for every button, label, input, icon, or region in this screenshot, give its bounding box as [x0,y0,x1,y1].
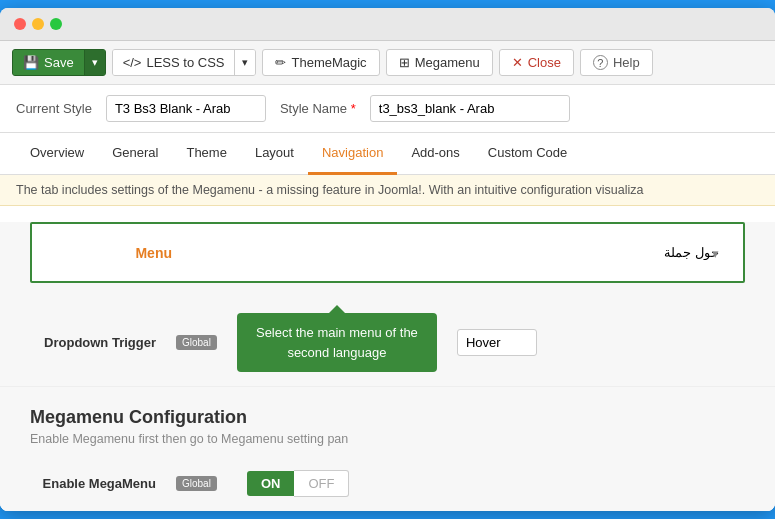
less-to-css-group: </> LESS to CSS ▾ [112,49,257,76]
info-text: The tab includes settings of the Megamen… [16,183,643,197]
menu-select[interactable]: حول جملة [192,240,727,265]
tab-navigation[interactable]: Navigation [308,133,397,175]
megamenu-config-title: Megamenu Configuration [30,407,745,428]
dropdown-trigger-label: Dropdown Trigger [30,335,170,350]
menu-tooltip: Select the main menu of the second langu… [237,313,437,372]
menu-row: Menu حول جملة ▾ [30,222,745,283]
content-area: Menu حول جملة ▾ Dropdown Trigger Global … [0,222,775,511]
less-to-css-button[interactable]: </> LESS to CSS [113,50,235,75]
dropdown-trigger-select[interactable]: Hover Click [457,329,537,356]
megamenu-label: Megamenu [415,55,480,70]
tab-overview[interactable]: Overview [16,133,98,175]
dropdown-trigger-row: Dropdown Trigger Global Select the main … [0,299,775,386]
save-button[interactable]: 💾 Save [13,50,84,75]
style-bar: Current Style T3 Bs3 Blank - Arab Style … [0,85,775,133]
less-arrow-icon: ▾ [242,56,248,68]
toggle-off-button[interactable]: OFF [294,470,349,497]
megamenu-config-section: Megamenu Configuration Enable Megamenu f… [0,386,775,456]
style-name-input[interactable] [370,95,570,122]
floppy-icon: 💾 [23,55,39,70]
enable-megamenu-badge: Global [176,476,217,491]
theme-magic-label: ThemeMagic [291,55,366,70]
megamenu-button[interactable]: ⊞ Megamenu [386,49,493,76]
close-icon: ✕ [512,55,523,70]
theme-magic-button[interactable]: ✏ ThemeMagic [262,49,379,76]
save-dropdown-button[interactable]: ▾ [84,50,105,75]
main-window: 💾 Save ▾ </> LESS to CSS ▾ ✏ ThemeMagic … [0,8,775,511]
toolbar: 💾 Save ▾ </> LESS to CSS ▾ ✏ ThemeMagic … [0,41,775,85]
required-star: * [351,101,356,116]
tab-general[interactable]: General [98,133,172,175]
code-icon: </> [123,55,142,70]
save-button-group: 💾 Save ▾ [12,49,106,76]
dropdown-trigger-badge: Global [176,335,217,350]
style-name-label: Style Name * [280,101,356,116]
close-button[interactable]: ✕ Close [499,49,574,76]
megamenu-icon: ⊞ [399,55,410,70]
save-arrow-icon: ▾ [92,56,98,68]
title-bar [0,8,775,41]
toggle-on-button[interactable]: ON [247,471,295,496]
current-style-label: Current Style [16,101,92,116]
menu-label: Menu [32,245,192,261]
less-dropdown-button[interactable]: ▾ [234,50,255,75]
tooltip-text: Select the main menu of the second langu… [256,325,418,360]
tab-addons[interactable]: Add-ons [397,133,473,175]
enable-megamenu-toggle: ON OFF [247,470,350,497]
minimize-dot[interactable] [32,18,44,30]
help-icon: ? [593,55,608,70]
menu-select-wrapper: حول جملة ▾ [192,240,743,265]
megamenu-config-description: Enable Megamenu first then go to Megamen… [30,432,745,446]
help-button[interactable]: ? Help [580,49,653,76]
close-label: Close [528,55,561,70]
close-dot[interactable] [14,18,26,30]
tab-custom-code[interactable]: Custom Code [474,133,581,175]
help-label: Help [613,55,640,70]
tab-layout[interactable]: Layout [241,133,308,175]
tabs-bar: Overview General Theme Layout Navigation… [0,133,775,175]
less-to-css-label: LESS to CSS [146,55,224,70]
tab-theme[interactable]: Theme [172,133,240,175]
magic-icon: ✏ [275,55,286,70]
info-bar: The tab includes settings of the Megamen… [0,175,775,206]
maximize-dot[interactable] [50,18,62,30]
current-style-select[interactable]: T3 Bs3 Blank - Arab [106,95,266,122]
save-label: Save [44,55,74,70]
enable-megamenu-label: Enable MegaMenu [30,476,170,491]
enable-megamenu-row: Enable MegaMenu Global ON OFF [0,456,775,511]
